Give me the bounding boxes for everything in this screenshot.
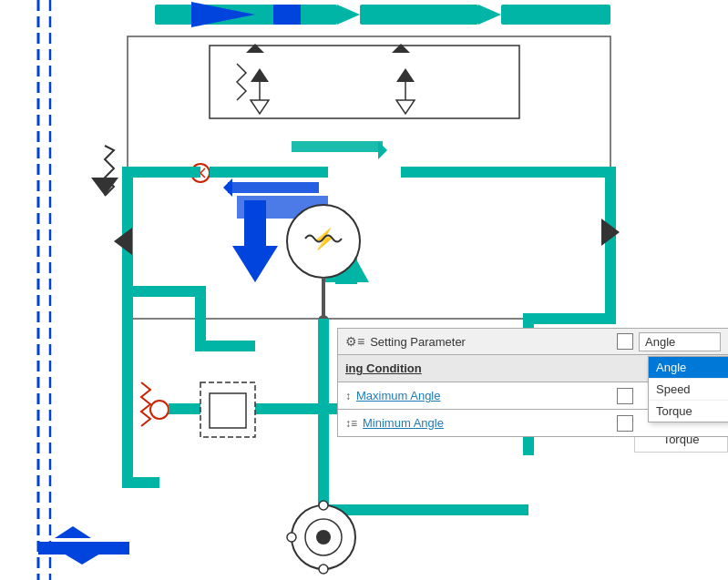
min-angle-checkbox[interactable]	[617, 415, 633, 432]
dropdown-option-angle[interactable]: Angle	[649, 357, 728, 379]
svg-rect-24	[210, 167, 328, 178]
svg-rect-32	[244, 200, 266, 248]
max-angle-label[interactable]: Maximum Angle	[356, 389, 611, 402]
svg-point-50	[287, 533, 296, 542]
setting-icon: ⚙≡	[345, 334, 364, 349]
dropdown-option-speed[interactable]: Speed	[649, 379, 728, 401]
setting-param-row: ⚙≡ Setting Parameter Angle Angle Speed T…	[337, 328, 728, 355]
svg-point-47	[316, 530, 331, 544]
working-condition-label: ing Condition	[345, 361, 422, 375]
setting-param-label: Setting Parameter	[370, 335, 611, 349]
svg-rect-23	[128, 167, 200, 178]
svg-rect-28	[292, 141, 383, 152]
svg-rect-8	[273, 5, 301, 25]
svg-point-49	[319, 565, 328, 574]
min-angle-label[interactable]: Minimum Angle	[363, 416, 611, 430]
max-angle-checkbox[interactable]	[617, 388, 633, 404]
svg-rect-5	[360, 5, 478, 25]
svg-rect-26	[228, 182, 319, 193]
panel-overlay: ⚙≡ Setting Parameter Angle Angle Speed T…	[337, 328, 728, 437]
min-angle-icon: ↕≡	[345, 417, 357, 430]
max-angle-icon: ↕	[345, 390, 351, 402]
svg-rect-44	[210, 393, 246, 428]
dropdown-popup: Angle Speed Torque	[648, 356, 728, 422]
setting-param-checkbox[interactable]	[617, 333, 633, 350]
svg-rect-25	[401, 167, 610, 178]
svg-rect-7	[501, 5, 610, 25]
svg-point-48	[319, 501, 328, 510]
dropdown-option-torque[interactable]: Torque	[649, 401, 728, 422]
setting-param-dropdown[interactable]: Angle	[639, 332, 721, 351]
